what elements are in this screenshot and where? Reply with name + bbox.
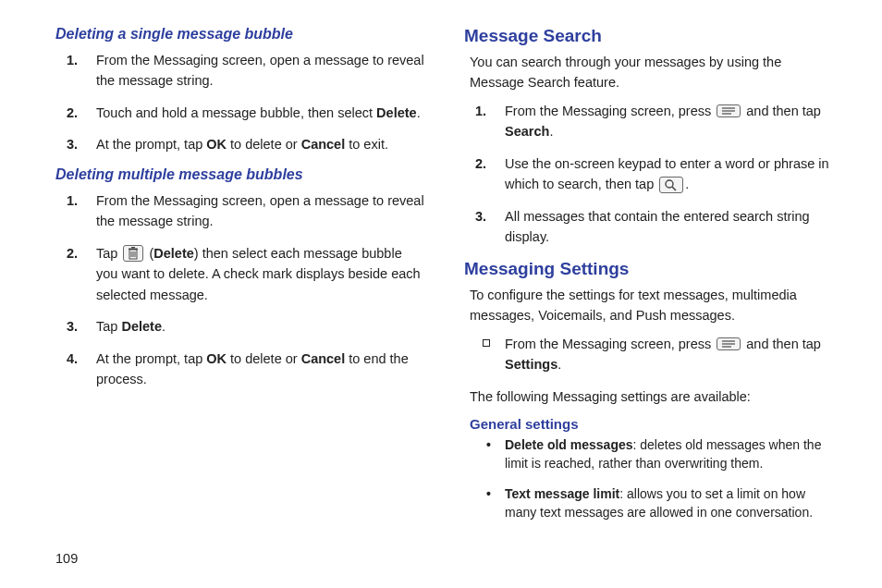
paragraph: You can search through your messages by … <box>470 52 836 93</box>
list-number: 1. <box>67 50 78 70</box>
list-text: Tap <box>96 246 121 261</box>
bold-text: Text message limit <box>505 486 619 501</box>
trash-icon <box>123 245 143 262</box>
list-item: 2. Touch and hold a message bubble, then… <box>89 103 427 123</box>
list-delete-single: 1. From the Messaging screen, open a mes… <box>55 50 427 155</box>
list-text: and then tap <box>742 337 821 351</box>
menu-icon <box>717 104 741 117</box>
list-item: Delete old messages: deletes old message… <box>497 435 836 473</box>
left-column: Deleting a single message bubble 1. From… <box>55 22 427 533</box>
list-text: All messages that contain the entered se… <box>505 209 810 244</box>
heading-general-settings: General settings <box>470 416 836 432</box>
list-number: 1. <box>67 190 78 211</box>
bold-text: Cancel <box>301 351 346 366</box>
heading-message-search: Message Search <box>464 26 836 46</box>
list-item: 3. Tap Delete. <box>89 316 427 337</box>
bold-text: OK <box>206 351 227 366</box>
list-text: . <box>685 177 689 191</box>
list-item: 2. Tap (Delete) then select each message… <box>89 243 427 305</box>
list-number: 2. <box>67 103 78 123</box>
list-text: to delete or <box>227 137 301 152</box>
list-text: . <box>162 319 165 334</box>
heading-messaging-settings: Messaging Settings <box>464 259 836 279</box>
list-number: 2. <box>475 153 486 174</box>
list-item: 4. At the prompt, tap OK to delete or Ca… <box>89 349 427 390</box>
list-text: At the prompt, tap <box>96 137 206 152</box>
list-text: From the Messaging screen, open a messag… <box>96 53 424 88</box>
search-icon <box>659 177 683 193</box>
bold-text: Delete <box>376 105 417 120</box>
menu-icon <box>717 337 741 350</box>
bold-text: OK <box>206 137 227 152</box>
bold-text: Delete old messages <box>505 437 633 452</box>
list-item: 3. At the prompt, tap OK to delete or Ca… <box>89 134 427 154</box>
heading-delete-multiple: Deleting multiple message bubbles <box>55 166 427 183</box>
bold-text: Delete <box>121 319 162 334</box>
list-item: 1. From the Messaging screen, press and … <box>497 101 836 142</box>
paragraph: To configure the settings for text messa… <box>470 285 836 326</box>
paragraph: The following Messaging settings are ava… <box>470 386 836 407</box>
svg-rect-4 <box>129 248 138 250</box>
list-text: From the Messaging screen, open a messag… <box>96 193 424 228</box>
list-number: 3. <box>67 134 78 154</box>
bold-text: Settings <box>505 357 557 372</box>
list-text: to exit. <box>345 137 388 152</box>
list-text: From the Messaging screen, press <box>505 337 715 351</box>
bold-text: Cancel <box>301 137 346 152</box>
list-text: Tap <box>96 319 121 334</box>
page-columns: Deleting a single message bubble 1. From… <box>55 22 836 533</box>
right-column: Message Search You can search through yo… <box>464 22 836 533</box>
list-text: Touch and hold a message bubble, then se… <box>96 105 376 120</box>
list-number: 3. <box>67 316 78 337</box>
list-text: . <box>557 357 561 372</box>
list-number: 2. <box>67 243 78 263</box>
list-number: 4. <box>67 349 78 369</box>
list-settings-entry: From the Messaging screen, press and the… <box>464 334 836 375</box>
list-text: to delete or <box>227 351 301 366</box>
svg-line-10 <box>672 187 676 190</box>
heading-delete-single: Deleting a single message bubble <box>55 26 427 43</box>
list-delete-multiple: 1. From the Messaging screen, open a mes… <box>55 190 427 390</box>
svg-point-9 <box>666 180 673 188</box>
list-item: 2. Use the on-screen keypad to enter a w… <box>497 153 836 195</box>
page-number: 109 <box>55 551 78 566</box>
list-text: From the Messaging screen, press <box>505 104 715 118</box>
list-number: 1. <box>475 101 486 121</box>
list-text: . <box>549 124 553 139</box>
list-general-settings: Delete old messages: deletes old message… <box>464 435 836 521</box>
list-text: ( <box>145 246 153 261</box>
list-item: 1. From the Messaging screen, open a mes… <box>89 50 427 92</box>
bold-text: Search <box>505 124 549 139</box>
list-item: Text message limit: allows you to set a … <box>497 484 836 522</box>
bold-text: Delete <box>153 246 194 261</box>
list-text: and then tap <box>742 104 821 118</box>
list-item: 3. All messages that contain the entered… <box>497 206 836 248</box>
list-text: At the prompt, tap <box>96 351 206 366</box>
list-text: . <box>417 105 421 120</box>
list-number: 3. <box>475 206 486 227</box>
list-item: 1. From the Messaging screen, open a mes… <box>89 190 427 232</box>
list-item: From the Messaging screen, press and the… <box>497 334 836 375</box>
svg-rect-5 <box>131 247 135 249</box>
list-message-search: 1. From the Messaging screen, press and … <box>464 101 836 248</box>
